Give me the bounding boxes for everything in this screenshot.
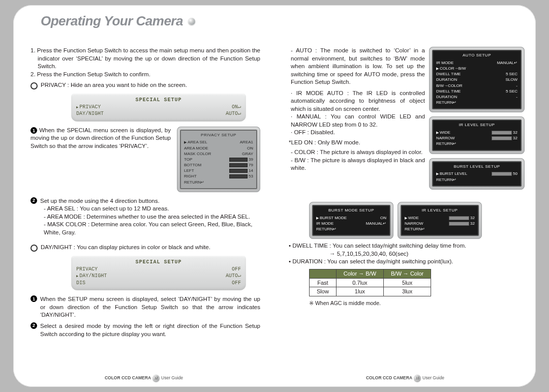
tv-row: WIDE — [408, 215, 419, 221]
tv-val: SLOW — [505, 77, 517, 82]
left-column: 1. Press the Function Setup Switch to ac… — [30, 19, 260, 377]
privacy-tv-row: AREA MODE — [184, 145, 208, 151]
tv-row: IR MODE — [316, 221, 333, 226]
panel2-row: DAY/NIGHT — [76, 273, 107, 280]
page-number-icon: 33 — [414, 375, 421, 382]
tv-val: ON — [380, 215, 386, 221]
tv-row: DWELL TIME — [436, 88, 461, 94]
setup-steps: 1. Press the Function Setup Switch to ac… — [30, 47, 260, 78]
ring-bullet-icon — [30, 82, 38, 89]
panel1-row2-label: DAY/NIGHT — [76, 110, 104, 117]
panel2-row: PRIVACY — [76, 266, 98, 273]
tv-row: RETURN↵ — [436, 100, 456, 105]
privacy-step2: 2 Set up the mode using the 4 direction … — [30, 197, 260, 205]
step-2: 2. Press the Function Setup Switch to co… — [30, 71, 260, 79]
burst-mode-setup-tv: BURST MODE SETUP BURST MODEON IR MODEMAN… — [309, 202, 393, 239]
privacy-tv-title: PRIVACY SETUP — [184, 133, 253, 138]
auto-mode-desc: - AUTO : The mode is switched to ‘Color’… — [289, 47, 425, 86]
privacy-setup-tv: PRIVACY SETUP AREA SELAREA1 AREA MODEON … — [177, 127, 260, 192]
ir-auto-text: · IR MODE AUTO : The IR LED is controlle… — [291, 89, 425, 113]
page-footer: COLOR CCD CAMERA 32 User Guide COLOR CCD… — [13, 375, 536, 382]
tv-title: IR LEVEL SETUP — [405, 208, 475, 214]
privacy-sub-b: - AREA MODE : Determines whether to use … — [44, 213, 260, 221]
lux-th-bwtoc: B/W → Color — [384, 269, 431, 278]
privacy-tv-row: RIGHT — [184, 173, 197, 179]
agc-note: ※ When AGC is middle mode. — [309, 299, 518, 307]
black-circle-1-icon: 1 — [30, 127, 37, 134]
privacy-tv-row: MASK COLOR — [184, 151, 211, 157]
tv-val: 50 — [513, 171, 517, 176]
ir-level-setup-tv-b: IR LEVEL SETUP WIDE 32 NARROW 32 RETURN↵ — [398, 202, 482, 239]
tv-row: BURST MODE — [320, 215, 347, 221]
footer-brand: COLOR CCD CAMERA — [366, 375, 412, 381]
tv-title: BURST LEVEL SETUP — [436, 164, 517, 170]
privacy-heading-text: PRIVACY : Hide an area you want to hide … — [41, 81, 260, 89]
color-mode-text: - COLOR : The picture is always displaye… — [291, 148, 425, 157]
daynight-heading: DAY/NIGHT : You can display pictures in … — [30, 244, 260, 252]
daynight-step2: 2 Select a desired mode by moving the le… — [30, 322, 260, 338]
privacy-tv-val: 39 — [249, 157, 253, 162]
tv-title: IR LEVEL SETUP — [436, 123, 517, 128]
footer-left: COLOR CCD CAMERA 32 User Guide — [105, 375, 183, 382]
lux-row-fast: Fast — [310, 278, 337, 287]
panel1-row1-value: ON↵ — [232, 104, 241, 111]
daynight-step1: 1 When the SETUP menu screen is displaye… — [30, 295, 260, 319]
tv-row: NARROW — [405, 221, 423, 226]
bottom-tv-row: BURST MODE SETUP BURST MODEON IR MODEMAN… — [309, 202, 518, 239]
step-1: 1. Press the Function Setup Switch to ac… — [30, 47, 260, 71]
tv-val: 32 — [470, 221, 475, 226]
lux-cell: 0.7lux — [336, 278, 383, 287]
panel2-val: OFF — [232, 266, 241, 273]
tv-val: MANUAL↵ — [366, 221, 386, 226]
privacy-step2-intro: Set up the mode using the 4 direction bu… — [40, 197, 260, 205]
ir-off-text: · OFF : Disabled. — [291, 129, 425, 137]
page-paper: Operating Your Camera 1. Press the Funct… — [13, 5, 536, 387]
privacy-heading: PRIVACY : Hide an area you want to hide … — [30, 81, 260, 89]
lux-cell: 5lux — [384, 278, 431, 287]
privacy-tv-row: BOTTOM — [184, 162, 201, 168]
footer-right: COLOR CCD CAMERA 33 User Guide — [366, 375, 444, 382]
tv-row: B/W→COLOR — [436, 83, 463, 88]
ir-level-setup-tv: IR LEVEL SETUP WIDE 32 NARROW 32 RETURN↵ — [429, 116, 525, 154]
special-setup-panel-1: SPECIAL SETUP PRIVACY ON↵ DAY/NIGHT AUTO… — [71, 94, 246, 122]
tv-row: BURST LEVEL — [440, 171, 467, 176]
tv-row: DURATION — [436, 94, 457, 100]
privacy-tv-val: 79 — [249, 163, 253, 167]
privacy-description-block: 1 When the SPECIAL menu screen is displa… — [30, 127, 260, 192]
privacy-step1-text: When the SPECIAL menu screen is displaye… — [30, 127, 171, 149]
lux-th-ctobw: Color → B/W — [336, 269, 383, 278]
tv-row: RETURN↵ — [316, 226, 337, 232]
ring-bullet-icon — [30, 245, 38, 252]
privacy-tv-val: 53 — [249, 174, 253, 178]
panel2-row: DIS — [76, 280, 85, 287]
dwell-time-options: → 5,7,10,15,20,30,40, 60(sec) — [329, 250, 518, 258]
tv-title: BURST MODE SETUP — [316, 208, 386, 214]
privacy-tv-row: LEFT — [184, 168, 194, 173]
tv-val: - — [516, 94, 517, 100]
lux-th-blank — [310, 269, 337, 278]
privacy-tv-val: GRAY — [242, 151, 253, 157]
tv-row: RETURN↵ — [436, 177, 456, 183]
privacy-tv-row: TOP — [184, 157, 192, 162]
lux-row-slow: Slow — [310, 287, 337, 296]
panel2-val: OFF — [232, 280, 241, 287]
tv-row: DURATION — [436, 77, 457, 82]
footer-guide: User Guide — [161, 375, 183, 381]
tv-val: 32 — [513, 130, 517, 135]
panel1-row1-label: PRIVACY — [76, 104, 101, 111]
panel2-val: AUTO↵ — [226, 273, 241, 280]
right-column: AUTO SETUP IR MODEMANUAL↵ COLOR→B/W DWEL… — [289, 19, 518, 377]
tv-row: RETURN↵ — [405, 226, 425, 232]
panel2-title: SPECIAL SETUP — [76, 259, 241, 266]
page-number-icon: 32 — [152, 375, 160, 382]
dwell-time-text: • DWELL TIME : You can select tday/night… — [289, 242, 518, 250]
footer-guide: User Guide — [422, 375, 444, 381]
lux-cell: 3lux — [384, 287, 431, 296]
auto-setup-tv: AUTO SETUP IR MODEMANUAL↵ COLOR→B/W DWEL… — [429, 47, 525, 112]
tv-val: 32 — [470, 216, 475, 220]
lux-cell: 1lux — [336, 287, 383, 296]
black-circle-1b-icon: 1 — [30, 295, 37, 302]
privacy-tv-val: AREA1 — [240, 139, 253, 145]
black-circle-2-icon: 2 — [30, 197, 37, 204]
privacy-tv-val: ON — [247, 145, 253, 151]
